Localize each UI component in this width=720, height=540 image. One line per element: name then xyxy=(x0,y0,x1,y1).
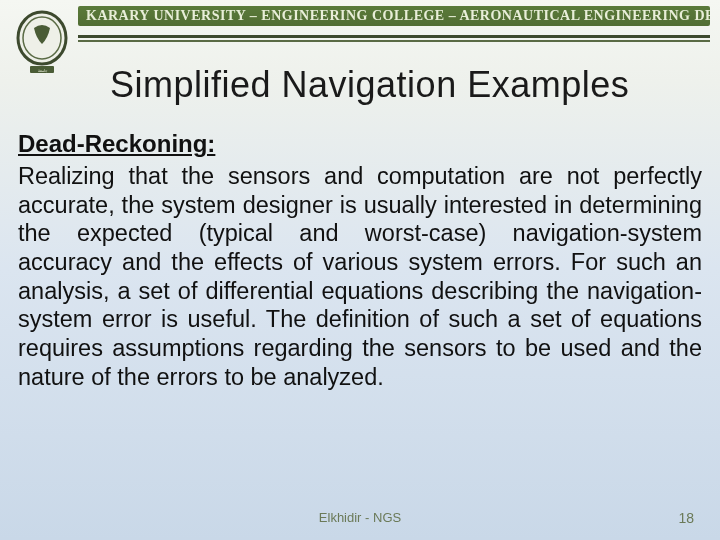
section-body: Realizing that the sensors and computati… xyxy=(18,162,702,391)
page-title: Simplified Navigation Examples xyxy=(110,64,700,106)
banner-text: KARARY UNIVERSITY – ENGINEERING COLLEGE … xyxy=(78,6,710,26)
svg-text:جامعة: جامعة xyxy=(38,68,48,73)
header-rules xyxy=(78,35,710,42)
content: Dead-Reckoning: Realizing that the senso… xyxy=(18,130,702,391)
footer: Elkhidir - NGS 18 xyxy=(0,510,720,530)
footer-author: Elkhidir - NGS xyxy=(319,510,401,525)
title-area: Simplified Navigation Examples xyxy=(110,64,700,106)
page-number: 18 xyxy=(678,510,694,526)
section-heading: Dead-Reckoning: xyxy=(18,130,702,158)
header-bar: KARARY UNIVERSITY – ENGINEERING COLLEGE … xyxy=(0,0,720,42)
